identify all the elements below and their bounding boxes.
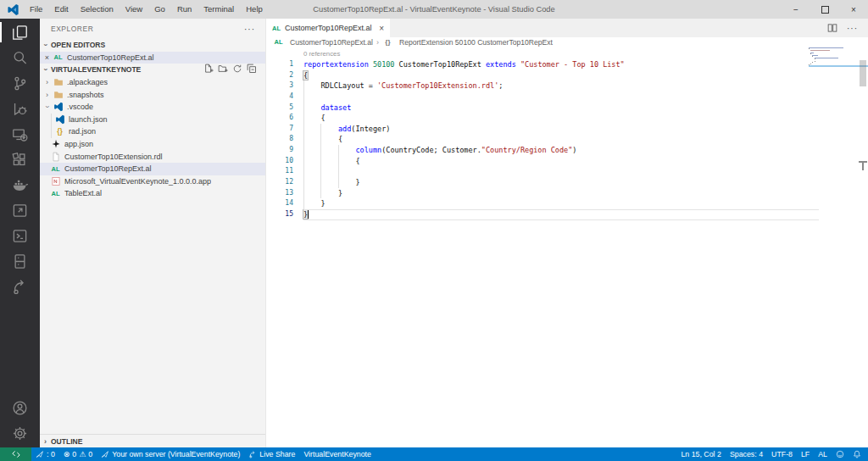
window-arrow-icon[interactable] (0, 197, 40, 223)
activity-bar-bottom (0, 395, 40, 447)
status-live-share[interactable]: Live Share (244, 450, 299, 458)
status-label: Live Share (259, 450, 295, 458)
breadcrumb-separator: › (376, 38, 379, 47)
rocket-icon (36, 450, 44, 458)
editor-scrollbar[interactable] (860, 60, 866, 86)
storage-icon[interactable] (0, 248, 40, 274)
status-notifications[interactable] (849, 450, 865, 458)
code-line-4[interactable]: 4 (266, 92, 819, 103)
tree-item-label: CustomerTop10RepExt.al (64, 164, 152, 173)
docker-icon[interactable] (0, 172, 40, 197)
tree-item--snapshots[interactable]: ›.snapshots (40, 88, 265, 101)
status-indentation[interactable]: Spaces: 4 (726, 450, 767, 458)
close-button[interactable]: × (839, 0, 868, 19)
editor-actions: ··· (827, 19, 868, 37)
open-editors-header[interactable]: › OPEN EDITORS (40, 39, 265, 52)
line-content: { (303, 156, 360, 167)
code-line-13[interactable]: 13 } (266, 188, 819, 199)
code-line-2[interactable]: 2{ (266, 70, 819, 81)
status-label: VirtualEventKeynote (303, 450, 371, 458)
folder-icon (53, 90, 64, 100)
workspace-header[interactable]: › VIRTUALEVENTKEYNOTE (40, 64, 265, 76)
status-encoding[interactable]: UTF-8 (767, 450, 797, 458)
rocket-icon (101, 450, 109, 458)
extensions-icon[interactable] (0, 147, 40, 172)
collapse-folders-icon[interactable] (247, 64, 257, 75)
code-line-1[interactable]: 1reportextension 50100 CustomerTop10RepE… (266, 59, 819, 70)
menu-run[interactable]: Run (171, 0, 198, 19)
indent-guide (320, 124, 321, 199)
close-editor-icon[interactable]: × (42, 53, 53, 62)
status-al-server[interactable]: Your own server (VirtualEventKeynote) (97, 450, 244, 458)
code-line-15[interactable]: 15} (266, 209, 819, 220)
status-cursor-position[interactable]: Ln 15, Col 2 (676, 450, 725, 458)
warnings-icon: ⚠ (79, 450, 86, 458)
menu-terminal[interactable]: Terminal (198, 0, 240, 19)
line-number: 6 (266, 113, 293, 124)
tree-item-rad-json[interactable]: {}rad.json (40, 125, 265, 138)
tab-close-icon[interactable]: × (379, 24, 384, 33)
tree-item-launch-json[interactable]: launch.json (40, 114, 265, 126)
vscode-icon (53, 102, 64, 112)
code-line-12[interactable]: 12 } (266, 177, 819, 188)
menu-file[interactable]: File (24, 0, 48, 19)
tree-item--vscode[interactable]: ›.vscode (40, 101, 265, 114)
new-file-icon[interactable] (203, 64, 214, 75)
status-eol[interactable]: LF (797, 450, 814, 458)
tree-item-microsoft-virtualeventkeynote-1-0-0-0-app[interactable]: Microsoft_VirtualEventKeynote_1.0.0.0.ap… (40, 175, 265, 188)
code-line-9[interactable]: 9 column(CountryCode; Customer."Country/… (266, 145, 819, 156)
tree-item-app-json[interactable]: app.json (40, 138, 265, 151)
minimize-button[interactable]: − (782, 0, 810, 19)
explorer-more-actions[interactable]: ··· (244, 25, 255, 34)
run-and-debug-icon[interactable] (0, 96, 40, 121)
terminal-icon[interactable] (0, 223, 40, 248)
code-line-6[interactable]: 6 { (266, 113, 819, 124)
new-folder-icon[interactable] (218, 64, 228, 75)
menu-view[interactable]: View (120, 0, 148, 19)
tree-item-tableext-al[interactable]: ALTableExt.al (40, 187, 265, 200)
breadcrumb-segment[interactable]: {}ReportExtension 50100 CustomerTop10Rep… (382, 37, 553, 47)
breadcrumb-segment[interactable]: ALCustomerTop10RepExt.al (273, 37, 373, 47)
code-line-10[interactable]: 10 { (266, 156, 819, 167)
status-al-counter[interactable]: : 0 (31, 450, 59, 458)
status-workspace-name[interactable]: VirtualEventKeynote (299, 450, 376, 458)
code-line-11[interactable]: 11 (266, 166, 819, 177)
code-line-14[interactable]: 14 } (266, 198, 819, 209)
code-line-7[interactable]: 7 add(Integer) (266, 124, 819, 135)
live-share-icon[interactable] (0, 274, 40, 299)
settings-gear-icon[interactable] (0, 420, 40, 446)
remote-indicator[interactable] (0, 447, 31, 461)
search-icon[interactable] (0, 45, 40, 70)
remote-monitor-icon[interactable] (0, 121, 40, 147)
menu-help[interactable]: Help (240, 0, 269, 19)
code-line-8[interactable]: 8 { (266, 134, 819, 145)
more-actions-icon[interactable]: ··· (847, 24, 858, 33)
tree-item--alpackages[interactable]: ›.alpackages (40, 76, 265, 89)
tab-customertop10repext[interactable]: AL CustomerTop10RepExt.al × (266, 19, 390, 37)
status-feedback[interactable] (832, 450, 849, 458)
code-line-5[interactable]: 5 dataset (266, 103, 819, 114)
split-editor-icon[interactable] (827, 23, 837, 33)
explorer-icon[interactable] (0, 19, 40, 45)
explorer-sidebar: EXPLORER ··· › OPEN EDITORS ×ALCustomerT… (40, 19, 266, 447)
outline-section[interactable]: › OUTLINE (40, 434, 265, 447)
menu-selection[interactable]: Selection (75, 0, 120, 19)
tree-item-customertop10repext-al[interactable]: ALCustomerTop10RepExt.al (40, 163, 265, 175)
source-control-icon[interactable] (0, 70, 40, 96)
maximize-button[interactable] (810, 0, 839, 19)
code-line-3[interactable]: 3 RDLCLayout = 'CustomerTop10Extension.r… (266, 81, 819, 92)
text-cursor (308, 210, 309, 219)
tree-item-label: TableExt.al (64, 189, 102, 197)
menu-edit[interactable]: Edit (48, 0, 74, 19)
open-editor-item[interactable]: ×ALCustomerTop10RepExt.al (40, 52, 265, 64)
status-problems[interactable]: ⊗0⚠0 (59, 450, 97, 458)
chevron-down-icon: › (42, 64, 50, 75)
folder-icon (53, 77, 64, 87)
menu-go[interactable]: Go (148, 0, 171, 19)
account-icon[interactable] (0, 395, 40, 420)
tree-item-customertop10extension-rdl[interactable]: CustomerTop10Extension.rdl (40, 150, 265, 163)
refresh-explorer-icon[interactable] (232, 64, 242, 75)
minimap[interactable] (809, 47, 858, 447)
codelens-references[interactable]: 0 references (266, 47, 868, 59)
status-language-mode[interactable]: AL (814, 450, 832, 458)
